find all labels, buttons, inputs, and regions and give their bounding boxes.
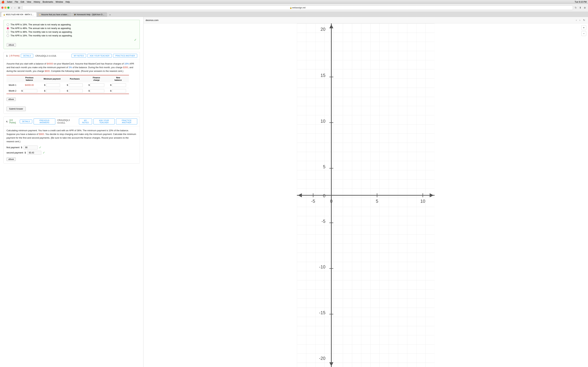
ebook-button-prev[interactable]: eBook	[7, 43, 16, 47]
second-payment-label: second payment	[7, 151, 23, 154]
q4-balance-highlight: $900	[39, 133, 44, 135]
q3-number: 3.	[6, 55, 8, 57]
menu-help[interactable]: Help	[65, 1, 70, 3]
q3-apr-highlight: 16%	[124, 62, 129, 65]
first-payment-check: ✓	[39, 146, 41, 149]
table-row-month2: Month 2 $ $	[7, 88, 129, 94]
desmos-nav-back[interactable]: ‹	[575, 18, 578, 22]
q4-prev-answers-button[interactable]: PREVIOUS ANSWERS	[34, 118, 55, 125]
add-tab-button[interactable]: +	[109, 13, 112, 17]
month1-label: Month 1	[7, 82, 18, 88]
zoom-out-button[interactable]: −	[581, 31, 586, 36]
menu-file[interactable]: File	[15, 1, 18, 3]
q4-practice-button[interactable]: PRACTICE ANOTHER	[116, 118, 137, 125]
refresh-button[interactable]: ↻	[574, 6, 578, 9]
month2-dollar0: $	[22, 90, 23, 92]
apple-menu[interactable]: 🍎	[1, 0, 4, 3]
month2-purchases-cell: $	[64, 88, 86, 94]
tab-3[interactable]: 🎓 Homework Help - Q&A from Online Tutors…	[72, 12, 107, 17]
menu-safari[interactable]: Safari	[7, 1, 12, 3]
share-button[interactable]: ⬆	[579, 6, 582, 9]
question-3-header: 3. [-/9 Points] DETAILS CRAUDQL3 4.4.018…	[4, 52, 140, 60]
tab-2[interactable]: 🏷️ Assume that you have a balance of $30…	[37, 12, 72, 17]
q4-number: 4.	[6, 120, 8, 123]
month2-dollar4: $	[110, 90, 112, 92]
month2-purchases-input[interactable]	[69, 89, 83, 93]
desmos-nav-forward[interactable]: ›	[579, 18, 581, 22]
q4-my-notes-button[interactable]: MY NOTES	[79, 118, 92, 125]
traffic-lights	[1, 7, 9, 9]
month1-balance-value: $4000.00	[25, 84, 34, 86]
month2-prev-balance-input[interactable]	[23, 89, 37, 93]
radio-input-2[interactable]	[7, 27, 9, 30]
close-button[interactable]	[1, 7, 3, 9]
desmos-toolbar: + −	[581, 25, 586, 36]
tab3-icon: 🎓	[74, 14, 76, 16]
th-new-balance: Newbalance	[107, 75, 129, 82]
tab-1[interactable]: 🔒 M101 Fa20 HW #34 - MATH 101, section 0…	[1, 12, 36, 17]
svg-text:0: 0	[330, 199, 332, 204]
month2-min-payment-cell: $	[40, 88, 64, 94]
back-button[interactable]: ‹	[10, 6, 13, 9]
fullscreen-button[interactable]	[7, 7, 9, 9]
radio-section: The APR is 16%. The annual rate is not n…	[3, 20, 140, 49]
q3-details-button[interactable]: DETAILS	[21, 54, 33, 58]
question-4-section: 4. [2/2 Points] DETAILS PREVIOUS ANSWERS…	[3, 117, 140, 163]
month1-new-balance-cell: $	[107, 82, 129, 88]
address-bar[interactable]: 🔒 webassign.net	[22, 5, 573, 10]
first-payment-row: first payment $ 90 ✓	[7, 146, 137, 150]
month1-finance-input[interactable]	[90, 83, 104, 87]
q3-ebook-button[interactable]: eBook	[7, 98, 16, 101]
th-empty	[7, 75, 18, 82]
month1-dollar4: $	[110, 84, 112, 86]
month2-new-balance-input[interactable]	[112, 89, 126, 93]
url-text: webassign.net	[292, 7, 306, 9]
menu-bookmarks[interactable]: Bookmarks	[43, 1, 53, 3]
month2-finance-cell: $	[86, 88, 107, 94]
tab-bar: 🔒 M101 Fa20 HW #34 - MATH 101, section 0…	[0, 12, 588, 17]
table-row-month1: Month 1 $4000.00 $	[7, 82, 129, 88]
month1-purchases-input[interactable]	[69, 83, 83, 87]
radio-input-1[interactable]	[7, 23, 9, 26]
sidebar-toggle[interactable]: ⊞	[17, 6, 21, 9]
radio-label-3: The APR is 48%. The monthly rate is not …	[10, 31, 72, 33]
desmos-refresh[interactable]: ↻	[582, 18, 586, 22]
new-tab-button[interactable]: ⊕	[583, 6, 587, 9]
menu-edit[interactable]: Edit	[21, 1, 24, 3]
month2-min-payment-input[interactable]	[46, 89, 60, 93]
month2-prev-balance-cell: $	[18, 88, 40, 94]
menu-window[interactable]: Window	[56, 1, 63, 3]
q4-ebook-button[interactable]: eBook	[7, 158, 16, 161]
th-purchases: Purchases	[64, 75, 86, 82]
minimize-button[interactable]	[4, 7, 7, 9]
second-payment-value: 83.43	[27, 151, 41, 155]
menu-history[interactable]: History	[34, 1, 40, 3]
question-3-section: 3. [-/9 Points] DETAILS CRAUDQL3 4.4.018…	[3, 52, 140, 114]
q4-ask-teacher-button[interactable]: ASK YOUR TEACHER	[94, 118, 115, 125]
q3-text: Assume that you start with a balance of …	[7, 62, 137, 73]
q3-350-highlight: $350	[123, 66, 128, 69]
month1-dollar1: $	[44, 84, 45, 86]
month2-new-balance-cell: $	[107, 88, 129, 94]
radio-input-3[interactable]	[7, 31, 9, 33]
desmos-graph[interactable]: 20 15 10 5 0 -5 -10 -15 -20 0 -5 5 10	[144, 23, 588, 367]
q3-practice-button[interactable]: PRACTICE ANOTHER	[113, 54, 137, 58]
month1-min-payment-input[interactable]	[46, 83, 60, 87]
svg-text:15: 15	[320, 73, 325, 78]
svg-text:0: 0	[323, 193, 326, 198]
radio-input-4[interactable]	[7, 34, 9, 37]
zoom-in-button[interactable]: +	[581, 25, 586, 30]
tab1-icon: 🔒	[3, 14, 5, 16]
month1-new-balance-input[interactable]	[112, 83, 126, 87]
q3-my-notes-button[interactable]: MY NOTES	[72, 54, 86, 58]
browser-toolbar: ‹ › ⊞ 🔒 webassign.net ↻ ⬆ ⊕	[0, 4, 588, 12]
month2-finance-input[interactable]	[90, 89, 104, 93]
browser-chrome: ‹ › ⊞ 🔒 webassign.net ↻ ⬆ ⊕ 🔒 M101 Fa20 …	[0, 4, 588, 17]
q3-submit-button[interactable]: Submit Answer	[7, 107, 26, 111]
q3-ask-teacher-button[interactable]: ASK YOUR TEACHER	[87, 54, 112, 58]
forward-button[interactable]: ›	[14, 6, 16, 9]
q4-code: CRAUDQL3 4.4.011.	[57, 119, 75, 124]
q4-details-button[interactable]: DETAILS	[20, 119, 32, 123]
desmos-pane: desmos.com ‹ › ↻	[144, 17, 588, 367]
menu-view[interactable]: View	[26, 1, 31, 3]
